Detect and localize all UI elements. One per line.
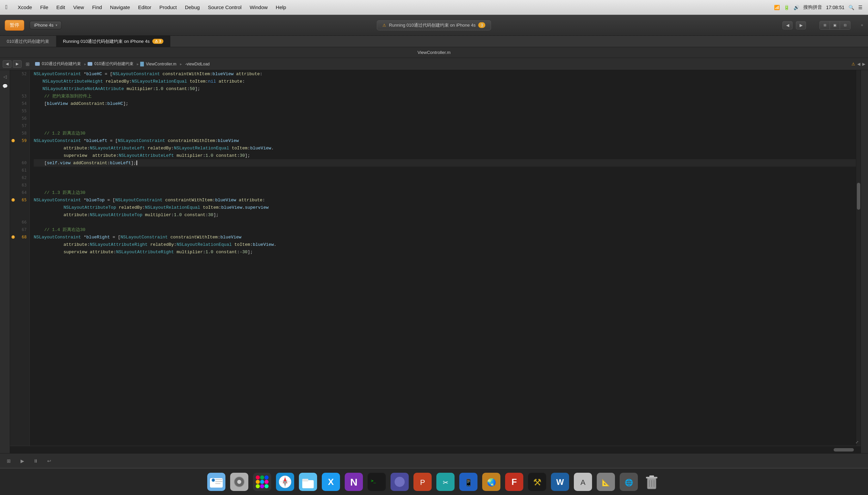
menu-edit[interactable]: Edit bbox=[52, 3, 69, 12]
breadcrumb-nav-next[interactable]: ▶ bbox=[862, 62, 865, 66]
nav-back-button[interactable]: ◀ bbox=[782, 21, 793, 29]
dock-onenote[interactable]: N bbox=[343, 472, 364, 492]
device-selector[interactable]: iPhone 4s ▾ bbox=[30, 21, 62, 29]
breadcrumb-project[interactable]: 010通过代码创建约束 bbox=[40, 61, 83, 67]
dock-finder[interactable] bbox=[206, 472, 227, 492]
bottom-icon-pause[interactable]: ⏸ bbox=[31, 456, 40, 466]
active-file-tab[interactable]: ViewController.m bbox=[418, 50, 450, 55]
svg-text:A: A bbox=[581, 478, 586, 487]
token bbox=[68, 101, 70, 106]
sidebar-left-panel[interactable]: ◁ bbox=[1, 73, 9, 80]
token: constraintWithItem bbox=[162, 71, 210, 76]
token: NSLayoutConstraint bbox=[34, 198, 81, 203]
horizontal-scroll-thumb[interactable] bbox=[834, 448, 854, 451]
dock-terminal[interactable]: >_ bbox=[366, 472, 387, 492]
token: : bbox=[206, 212, 208, 218]
menu-debug[interactable]: Debug bbox=[181, 3, 204, 12]
token: attribute bbox=[42, 242, 87, 247]
nav-forward-button[interactable]: ▶ bbox=[796, 21, 806, 29]
dock-filezilla[interactable]: F bbox=[504, 472, 525, 492]
sidebar-chat-icon[interactable]: 💬 bbox=[1, 82, 9, 90]
line-54: 54 bbox=[10, 100, 29, 107]
bottom-icon-play[interactable]: ▶ bbox=[18, 456, 27, 466]
bottom-icon-1[interactable]: ⊞ bbox=[4, 456, 14, 466]
menu-window[interactable]: Window bbox=[246, 3, 271, 12]
menu-navigate[interactable]: Navigate bbox=[106, 3, 134, 12]
breadcrumb-nav-prev[interactable]: ◀ bbox=[857, 62, 860, 66]
tab-project[interactable]: 010通过代码创建约束 bbox=[0, 36, 56, 47]
dock-app-15[interactable]: 📐 bbox=[596, 472, 616, 492]
token: blueHC bbox=[107, 101, 123, 106]
dock-app-8[interactable] bbox=[389, 472, 410, 492]
token: : bbox=[174, 242, 177, 247]
breadcrumb-method[interactable]: -viewDidLoad bbox=[183, 61, 212, 67]
code-line-62 bbox=[34, 174, 856, 182]
token: blueTop bbox=[86, 198, 105, 203]
dock-files[interactable] bbox=[298, 472, 318, 492]
token: // 把约束添加到控件上 bbox=[34, 93, 92, 99]
token: : bbox=[142, 205, 145, 210]
dock-browser[interactable]: 🌐 bbox=[618, 472, 639, 492]
breadcrumb-nav-back[interactable]: ◀ bbox=[3, 61, 12, 68]
breadcrumb-group[interactable]: 010通过代码创建约束 bbox=[92, 61, 136, 67]
expand-icon[interactable]: ⤢ bbox=[853, 438, 861, 446]
menu-xcode[interactable]: Xcode bbox=[14, 3, 36, 12]
dock-app-11[interactable]: 📱 bbox=[458, 472, 479, 492]
breadcrumb-right: ⚠ ◀ ▶ bbox=[851, 62, 865, 66]
navigator-toggle[interactable]: ⊞ bbox=[820, 21, 830, 29]
warning-dot-68: ! bbox=[12, 235, 15, 239]
search-menu-icon[interactable]: 🔍 bbox=[848, 5, 854, 10]
vertical-scrollbar[interactable] bbox=[856, 70, 861, 446]
menu-find[interactable]: Find bbox=[88, 3, 106, 12]
input-method[interactable]: 搜狗拼音 bbox=[803, 4, 822, 11]
stop-button[interactable]: 暂停 bbox=[5, 20, 24, 31]
code-editor[interactable]: 52 53 54 55 56 57 58 ! 59 60 6 bbox=[10, 70, 861, 453]
dock-system-prefs[interactable] bbox=[229, 472, 250, 492]
menu-view[interactable]: View bbox=[69, 3, 88, 12]
dock-app-9[interactable]: P bbox=[412, 472, 433, 492]
dock: X N >_ P ✂ 📱 🌏 F ⚒ W bbox=[0, 468, 868, 495]
breadcrumb-file[interactable]: ViewController.m bbox=[144, 61, 178, 67]
notification-icon[interactable]: ☰ bbox=[858, 5, 863, 10]
token: attribute bbox=[42, 146, 87, 151]
inspector-toggle[interactable]: ⊟ bbox=[840, 21, 850, 29]
standard-view-toggle[interactable]: ▣ bbox=[830, 21, 840, 29]
menu-product[interactable]: Product bbox=[155, 3, 181, 12]
dock-app-10[interactable]: ✂ bbox=[435, 472, 456, 492]
token: toItem bbox=[232, 146, 248, 151]
token: : bbox=[210, 71, 213, 76]
running-label: Running 010通过代码创建约束 on iPhone 4s bbox=[389, 22, 475, 28]
add-button[interactable]: + bbox=[861, 22, 863, 28]
menu-editor[interactable]: Editor bbox=[134, 3, 155, 12]
menu-source-control[interactable]: Source Control bbox=[204, 3, 246, 12]
dock-app-12[interactable]: 🌏 bbox=[481, 472, 502, 492]
token: . bbox=[242, 205, 245, 210]
code-lines[interactable]: NSLayoutConstraint *blueHC = [NSLayoutCo… bbox=[30, 70, 856, 446]
breadcrumb-nav-forward[interactable]: ▶ bbox=[13, 61, 21, 68]
token: constant bbox=[166, 86, 187, 91]
dock-app-13[interactable]: ⚒ bbox=[527, 472, 548, 492]
scroll-thumb[interactable] bbox=[857, 183, 860, 210]
breadcrumb-grid-view[interactable]: ⊞ bbox=[25, 61, 33, 68]
dock-app-14[interactable]: A bbox=[572, 472, 594, 492]
line-66: 66 bbox=[10, 219, 29, 226]
breadcrumb-warning: ⚠ bbox=[851, 62, 855, 66]
menu-file[interactable]: File bbox=[36, 3, 52, 12]
dock-launchpad[interactable] bbox=[252, 472, 272, 492]
menu-wifi: 📶 bbox=[774, 5, 780, 10]
warning-dot-65: ! bbox=[12, 198, 15, 202]
dock-word[interactable]: W bbox=[550, 472, 570, 492]
dock-xcode[interactable]: X bbox=[320, 472, 341, 492]
line-68: ! 68 bbox=[10, 233, 29, 241]
tab-running[interactable]: Running 010通过代码创建约束 on iPhone 4s ⚠ 3 bbox=[56, 36, 171, 47]
apple-menu[interactable]:  bbox=[5, 4, 8, 11]
token: NSLayoutConstraint bbox=[34, 71, 81, 76]
menu-help[interactable]: Help bbox=[271, 3, 290, 12]
view-toggle-group: ⊞ ▣ ⊟ bbox=[819, 21, 850, 30]
bottom-icon-step[interactable]: ↩ bbox=[45, 456, 54, 466]
token bbox=[236, 198, 239, 203]
breadcrumb-sep-1: ▸ bbox=[83, 62, 88, 66]
token: NSLayoutConstraint bbox=[120, 235, 167, 240]
dock-trash[interactable] bbox=[641, 472, 662, 492]
dock-safari[interactable] bbox=[274, 472, 296, 492]
